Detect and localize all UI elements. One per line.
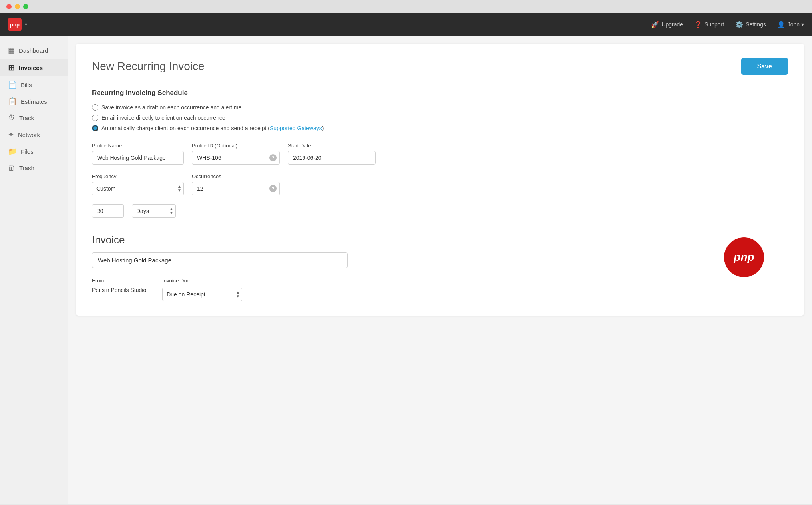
interval-unit-select[interactable]: Days Weeks Months [132,204,176,218]
occurrences-input[interactable] [192,182,280,195]
user-icon: 👤 [777,21,785,28]
sidebar-item-track[interactable]: ⏱ Track [0,110,68,126]
invoice-due-wrapper: Due on Receipt Net 15 Net 30 Net 60 Cust… [162,288,242,301]
upgrade-icon: 🚀 [651,21,659,28]
sidebar-item-files[interactable]: 📁 Files [0,143,68,160]
top-nav: pnp ▾ 🚀 Upgrade ❓ Support ⚙️ Settings 👤 … [0,13,812,36]
supported-gateways-link[interactable]: Supported Gateways [270,125,322,131]
custom-interval-input[interactable] [92,204,124,218]
start-date-label: Start Date [288,143,376,149]
frequency-group: Frequency Custom Daily Weekly Monthly Ye… [92,173,184,195]
radio-email[interactable]: Email invoice directly to client on each… [92,115,788,121]
invoice-due-select[interactable]: Due on Receipt Net 15 Net 30 Net 60 Cust… [162,288,242,301]
form-row-1: Profile Name Profile ID (Optional) ? Sta… [92,143,788,165]
radio-draft[interactable]: Save invoice as a draft on each occurren… [92,104,788,111]
nav-settings[interactable]: ⚙️ Settings [735,21,766,28]
track-icon: ⏱ [8,114,15,122]
sidebar: ▦ Dashboard ⊞ Invoices 📄 Bills 📋 Estimat… [0,36,68,504]
main-content: New Recurring Invoice Save Recurring Inv… [68,36,812,504]
invoice-section: Invoice From Pens n Pencils Studio Invoi… [92,234,788,301]
invoice-name-input[interactable] [92,252,348,268]
files-icon: 📁 [8,147,17,156]
occurrences-input-wrapper: ? [192,182,280,195]
network-icon: ✦ [8,130,14,139]
interval-unit-wrapper: Days Weeks Months ▲▼ [132,204,176,218]
profile-id-input-wrapper: ? [192,151,280,165]
sidebar-item-estimates[interactable]: 📋 Estimates [0,93,68,110]
nav-upgrade[interactable]: 🚀 Upgrade [651,21,683,28]
frequency-label: Frequency [92,173,184,179]
radio-email-label: Email invoice directly to client on each… [102,115,225,121]
nav-logo-area: pnp ▾ [8,18,27,31]
profile-name-label: Profile Name [92,143,184,149]
sidebar-item-bills[interactable]: 📄 Bills [0,76,68,93]
sidebar-item-invoices[interactable]: ⊞ Invoices [0,59,68,76]
recurring-schedule-section: Recurring Invoicing Schedule Save invoic… [92,89,788,218]
window-chrome [0,0,812,13]
profile-name-group: Profile Name [92,143,184,165]
dashboard-icon: ▦ [8,46,15,55]
profile-id-help-icon[interactable]: ? [269,154,277,161]
occurrences-help-icon[interactable]: ? [269,185,277,192]
nav-user[interactable]: 👤 John ▾ [777,21,804,28]
invoice-section-title: Invoice [92,234,788,246]
from-name: Pens n Pencils Studio [92,287,146,293]
content-card: New Recurring Invoice Save Recurring Inv… [76,44,804,316]
occurrences-group: Occurrences ? [192,173,280,195]
frequency-select-wrapper: Custom Daily Weekly Monthly Yearly ▲▼ [92,182,184,195]
radio-draft-input[interactable] [92,104,98,111]
radio-email-input[interactable] [92,115,98,121]
trash-icon: 🗑 [8,164,15,172]
profile-name-input[interactable] [92,151,184,165]
radio-auto[interactable]: Automatically charge client on each occu… [92,125,788,131]
nav-right-items: 🚀 Upgrade ❓ Support ⚙️ Settings 👤 John ▾ [651,21,804,28]
invoice-from-due-row: From Pens n Pencils Studio Invoice Due D… [92,278,788,301]
settings-icon: ⚙️ [735,21,743,28]
from-label: From [92,278,146,284]
bills-icon: 📄 [8,80,17,89]
page-header: New Recurring Invoice Save [92,58,788,75]
logo-watermark: pnp [724,237,764,277]
app-logo: pnp [8,18,22,31]
nav-support[interactable]: ❓ Support [694,21,724,28]
app-layout: ▦ Dashboard ⊞ Invoices 📄 Bills 📋 Estimat… [0,36,812,504]
profile-id-label: Profile ID (Optional) [192,143,280,149]
occurrences-label: Occurrences [192,173,280,179]
profile-id-input[interactable] [192,151,280,165]
invoice-due-group: Invoice Due Due on Receipt Net 15 Net 30… [162,278,242,301]
profile-id-group: Profile ID (Optional) ? [192,143,280,165]
sidebar-item-dashboard[interactable]: ▦ Dashboard [0,42,68,59]
invoice-due-label: Invoice Due [162,278,242,284]
start-date-input[interactable] [288,151,376,165]
custom-frequency-row: Days Weeks Months ▲▼ [92,204,788,218]
support-icon: ❓ [694,21,702,28]
form-row-2: Frequency Custom Daily Weekly Monthly Ye… [92,173,788,195]
frequency-select[interactable]: Custom Daily Weekly Monthly Yearly [92,182,184,195]
invoices-icon: ⊞ [8,63,15,72]
radio-draft-label: Save invoice as a draft on each occurren… [102,104,241,111]
sidebar-item-trash[interactable]: 🗑 Trash [0,160,68,176]
maximize-button[interactable] [23,4,28,9]
start-date-group: Start Date [288,143,376,165]
radio-group: Save invoice as a draft on each occurren… [92,104,788,131]
invoice-from-group: From Pens n Pencils Studio [92,278,146,293]
minimize-button[interactable] [15,4,20,9]
radio-auto-label: Automatically charge client on each occu… [102,125,324,131]
radio-auto-input[interactable] [92,125,98,131]
logo-circle: pnp [724,237,764,277]
logo-chevron-icon[interactable]: ▾ [25,22,27,27]
sidebar-item-network[interactable]: ✦ Network [0,126,68,143]
close-button[interactable] [6,4,12,9]
save-button[interactable]: Save [741,58,788,75]
estimates-icon: 📋 [8,97,17,106]
recurring-section-title: Recurring Invoicing Schedule [92,89,788,97]
page-title: New Recurring Invoice [92,60,205,73]
